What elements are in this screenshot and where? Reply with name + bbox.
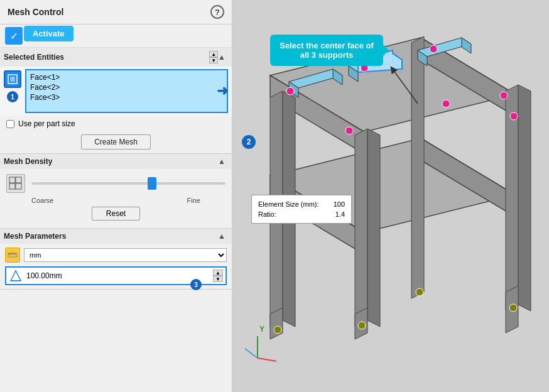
element-size-row: Element Size (mm): 100 <box>258 199 345 209</box>
params-chevron: ▲ <box>218 232 226 241</box>
entity-badge-1: 1 <box>7 91 18 102</box>
coarse-label: Coarse <box>31 197 53 204</box>
selected-entities-header[interactable]: Selected Entities ▲ ▼ ▲ <box>0 48 232 67</box>
density-slider-thumb[interactable] <box>148 177 156 190</box>
element-size-label: Element Size (mm): <box>258 200 319 208</box>
entity-face-3: Face<3> <box>30 92 223 102</box>
use-per-part-row: Use per part size <box>0 116 232 132</box>
selected-entities-title: Selected Entities <box>4 53 64 62</box>
mesh-params-body: mm ▲ ▼ 3 <box>0 244 232 289</box>
mesh-parameters-section: Mesh Parameters ▲ mm <box>0 229 232 290</box>
mesh-density-title: Mesh Density <box>4 157 52 166</box>
size-value-input[interactable] <box>26 270 209 282</box>
size-increment-button[interactable]: ▲ <box>213 270 223 276</box>
callout-data-box: Element Size (mm): 100 Ratio: 1.4 <box>251 195 352 224</box>
ruler-icon <box>5 248 20 263</box>
svg-rect-2 <box>9 177 15 183</box>
entity-face-1: Face<1> <box>30 72 223 82</box>
entity-icon <box>4 70 21 88</box>
svg-point-48 <box>358 322 366 329</box>
svg-point-44 <box>345 127 353 134</box>
entity-face-2: Face<2> <box>30 82 223 92</box>
reset-button[interactable]: Reset <box>92 207 140 220</box>
activate-tooltip: Activate <box>24 26 73 41</box>
svg-point-47 <box>274 326 281 334</box>
use-per-part-label: Use per part size <box>18 119 75 128</box>
right-panel: + Y Select the center face of all 3 supp… <box>232 0 549 392</box>
selected-entities-section: Selected Entities ▲ ▼ ▲ 1 <box>0 48 232 154</box>
size-icon <box>9 269 23 283</box>
svg-point-43 <box>500 92 508 99</box>
svg-marker-11 <box>11 271 21 281</box>
svg-point-46 <box>510 112 518 120</box>
unit-param-row: mm <box>5 248 227 263</box>
svg-point-40 <box>286 87 294 95</box>
svg-marker-23 <box>367 129 380 327</box>
help-button[interactable]: ? <box>210 5 224 19</box>
ratio-row: Ratio: 1.4 <box>258 209 345 219</box>
entities-list-box[interactable]: Face<1> Face<2> Face<3> ➜ <box>25 69 228 113</box>
units-select[interactable]: mm <box>24 248 227 262</box>
create-mesh-button[interactable]: Create Mesh <box>81 134 151 150</box>
svg-rect-4 <box>9 183 15 189</box>
svg-rect-5 <box>16 183 21 189</box>
entity-arrow-icon: ➜ <box>217 83 228 99</box>
scroll-down-btn[interactable]: ▼ <box>209 57 218 63</box>
mesh-density-section: Mesh Density ▲ Coarse Fine <box>0 154 232 229</box>
check-button[interactable]: ✓ <box>5 27 23 45</box>
mesh-density-icon <box>6 174 25 193</box>
svg-marker-22 <box>355 129 367 327</box>
ratio-label: Ratio: <box>258 210 276 218</box>
ratio-value: 1.4 <box>335 210 345 218</box>
svg-text:Y: Y <box>259 325 264 334</box>
check-icon: ✓ <box>10 30 18 42</box>
scroll-up-btn[interactable]: ▲ <box>209 51 218 57</box>
panel-header: Mesh Control ? <box>0 0 232 24</box>
mesh-parameters-title: Mesh Parameters <box>4 232 66 241</box>
fine-label: Fine <box>187 197 200 204</box>
svg-rect-3 <box>16 177 21 183</box>
mesh-density-body: Coarse Fine Reset <box>0 169 232 228</box>
left-panel: Mesh Control ? ✓ 4 ⊣ Activate Selected E… <box>0 0 232 392</box>
entities-chevron: ▲ <box>218 53 226 62</box>
badge-3: 3 <box>190 279 202 290</box>
svg-point-42 <box>430 45 437 53</box>
svg-point-49 <box>509 304 517 312</box>
entities-body: 1 Face<1> Face<2> Face<3> ➜ <box>0 67 232 116</box>
svg-marker-25 <box>518 85 531 311</box>
face-select-icon <box>7 74 18 85</box>
panel-title: Mesh Control <box>8 7 63 17</box>
size-decrement-button[interactable]: ▼ <box>213 276 223 282</box>
svg-marker-26 <box>411 36 424 298</box>
mesh-parameters-header[interactable]: Mesh Parameters ▲ <box>0 229 232 244</box>
annotation-callout: Select the center face of all 3 supports <box>270 35 383 66</box>
size-param-row: ▲ ▼ 3 <box>5 266 227 285</box>
element-size-value: 100 <box>334 200 345 208</box>
svg-point-45 <box>442 100 450 107</box>
density-slider-track[interactable] <box>31 182 226 185</box>
badge-2: 2 <box>242 135 256 149</box>
toolbar-row: ✓ 4 ⊣ Activate <box>0 24 232 48</box>
mesh-density-header[interactable]: Mesh Density ▲ <box>0 154 232 169</box>
svg-rect-1 <box>10 77 15 82</box>
density-chevron: ▲ <box>218 157 226 166</box>
svg-point-50 <box>416 288 423 296</box>
use-per-part-checkbox[interactable] <box>6 120 14 128</box>
